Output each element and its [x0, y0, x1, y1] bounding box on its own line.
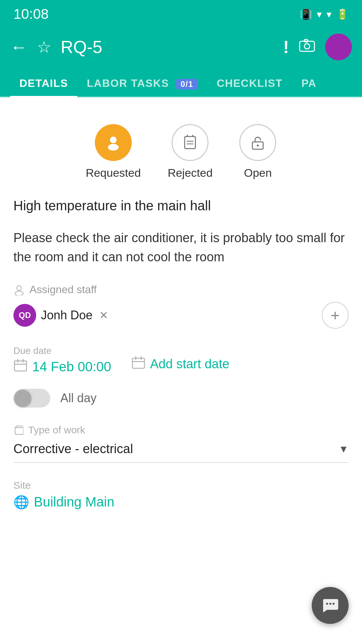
tab-labor-tasks[interactable]: LABOR TASKS 0/1	[77, 77, 207, 96]
svg-point-13	[15, 291, 23, 296]
staff-avatar: QD	[13, 304, 36, 327]
add-staff-button[interactable]: +	[322, 302, 349, 329]
step-open-label: Open	[244, 166, 272, 179]
staff-tags: QD Jonh Doe ✕	[13, 304, 108, 327]
svg-rect-5	[185, 137, 195, 149]
wifi-icon: ▾	[326, 8, 331, 20]
alert-button[interactable]: !	[283, 37, 289, 57]
svg-point-22	[326, 603, 328, 605]
step-rejected[interactable]: Rejected	[168, 124, 213, 179]
due-date-value[interactable]: 14 Feb 00:00	[13, 358, 111, 375]
avatar[interactable]	[325, 34, 352, 60]
type-of-work-label-row: Type of work	[13, 424, 349, 436]
site-value: 🌐 Building Main	[13, 494, 349, 509]
status-bar: 10:08 📳 ▾ ▾ 🔋	[0, 0, 362, 27]
step-rejected-label: Rejected	[168, 166, 213, 179]
tab-pa[interactable]: PA	[292, 77, 326, 96]
tab-checklist[interactable]: CHECKLIST	[207, 77, 292, 96]
svg-point-24	[333, 603, 335, 605]
tab-details[interactable]: DETAILS	[10, 77, 77, 96]
star-icon[interactable]: ☆	[37, 38, 51, 56]
status-steps: Requested Rejected	[13, 114, 349, 196]
main-content: Requested Rejected	[0, 97, 362, 523]
add-start-date-button[interactable]: Add start date	[131, 345, 230, 373]
staff-remove-button[interactable]: ✕	[99, 309, 108, 322]
all-day-label: All day	[60, 391, 97, 405]
svg-point-4	[108, 144, 119, 151]
status-time: 10:08	[13, 6, 49, 22]
all-day-row: All day	[13, 389, 349, 408]
start-date-calendar-icon	[131, 356, 145, 373]
page-title: RQ-5	[61, 37, 274, 57]
type-of-work-dropdown[interactable]: Corrective - electrical ▼	[13, 442, 349, 463]
staff-row: QD Jonh Doe ✕ +	[13, 302, 349, 329]
assigned-staff-label: Assigned staff	[13, 283, 349, 296]
app-bar: ← ☆ RQ-5 !	[0, 27, 362, 67]
calendar-icon	[13, 358, 27, 375]
svg-point-3	[110, 137, 117, 143]
labor-tasks-badge: 0/1	[176, 79, 198, 90]
staff-name: Jonh Doe	[41, 308, 93, 322]
battery-icon: 🔋	[336, 8, 349, 20]
step-rejected-circle	[172, 124, 208, 161]
due-date-text: 14 Feb 00:00	[32, 359, 111, 374]
step-open[interactable]: Open	[239, 124, 276, 179]
svg-point-23	[329, 603, 331, 605]
due-date-block: Due date 14 Feb 00:00	[13, 345, 111, 375]
dropdown-arrow-icon: ▼	[339, 443, 349, 455]
signal-icon: ▾	[317, 8, 322, 20]
chat-fab-button[interactable]	[312, 587, 349, 624]
svg-rect-0	[300, 41, 314, 51]
due-date-label: Due date	[13, 345, 111, 356]
add-start-date-text: Add start date	[150, 357, 230, 371]
back-button[interactable]: ←	[10, 37, 27, 57]
all-day-toggle[interactable]	[13, 389, 50, 408]
tabs-bar: DETAILS LABOR TASKS 0/1 CHECKLIST PA	[0, 67, 362, 97]
svg-rect-14	[14, 361, 26, 371]
toggle-thumb	[14, 390, 31, 407]
svg-rect-18	[132, 358, 144, 368]
svg-point-12	[17, 286, 21, 290]
vibrate-icon: 📳	[300, 8, 312, 20]
site-label: Site	[13, 480, 349, 491]
site-name: Building Main	[34, 494, 114, 509]
svg-point-1	[304, 44, 310, 49]
step-requested-label: Requested	[86, 166, 141, 179]
status-icons: 📳 ▾ ▾ 🔋	[300, 8, 349, 20]
work-title: High temperature in the main hall	[13, 196, 349, 215]
due-date-row: Due date 14 Feb 00:00	[13, 345, 349, 375]
globe-icon: 🌐	[13, 495, 29, 509]
step-requested-circle	[95, 124, 132, 161]
assigned-staff-text: Assigned staff	[29, 283, 97, 296]
type-of-work-label: Type of work	[28, 424, 85, 436]
step-open-circle	[239, 124, 276, 161]
svg-point-11	[257, 145, 259, 147]
type-of-work-value: Corrective - electrical	[13, 442, 133, 456]
camera-button[interactable]	[298, 37, 316, 58]
step-requested[interactable]: Requested	[86, 124, 141, 179]
work-description: Please check the air conditioner, it is …	[13, 228, 349, 267]
